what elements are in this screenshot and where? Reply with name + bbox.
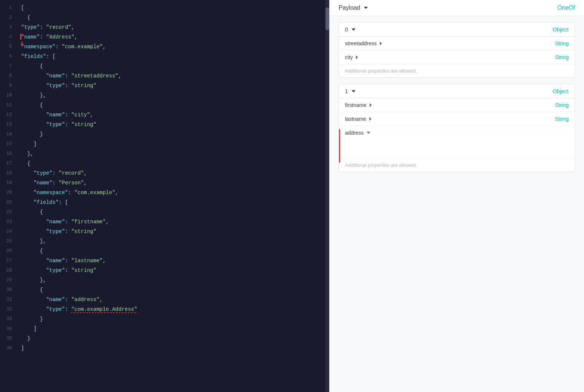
section-1-type: Object	[553, 88, 569, 94]
payload-label: Payload	[339, 4, 360, 11]
red-annotation-line	[339, 129, 340, 163]
code-line-10: 10 },	[0, 91, 329, 100]
section-0-chevron-icon	[352, 28, 355, 31]
scrollbar-thumb[interactable]	[325, 7, 329, 30]
field-name-streetaddress: streetaddress	[345, 40, 405, 46]
section-1-header[interactable]: 1 Object	[339, 84, 575, 98]
field-type-firstname: String	[555, 102, 569, 108]
code-line-11: 11 {	[0, 100, 329, 110]
section-1-chevron-icon	[352, 90, 355, 92]
code-line-17: 17 {	[0, 159, 329, 168]
code-line-34: 34 ]	[0, 324, 329, 334]
code-line-6: 6 "fields": [	[0, 52, 329, 61]
code-line-2: 2 {	[0, 13, 329, 22]
code-line-8: 8 "name": "streetaddress",	[0, 71, 329, 81]
field-type-city: String	[555, 54, 569, 60]
code-line-30: 30 {	[0, 285, 329, 295]
schema-panel: Payload OneOf 0 Object streetaddress Str…	[329, 0, 584, 392]
address-chevron-icon	[367, 132, 370, 134]
code-line-4: 4 "name": "Address",	[0, 32, 329, 42]
payload-chevron-icon	[364, 7, 368, 9]
code-line-1: 1 [	[0, 3, 329, 13]
section-0-index: 0	[345, 26, 355, 33]
lastname-chevron-icon	[369, 117, 372, 121]
code-line-27: 27 "name": "lastname",	[0, 256, 329, 266]
code-line-7: 7 {	[0, 61, 329, 71]
code-line-19: 19 "name": "Person",	[0, 178, 329, 188]
code-line-32: 32 "type": "com.example.Address"	[0, 304, 329, 314]
code-line-14: 14 }	[0, 129, 329, 139]
code-line-29: 29 },	[0, 275, 329, 285]
field-row-address[interactable]: address	[339, 126, 575, 159]
field-name-lastname: lastname	[345, 116, 405, 122]
city-chevron-icon	[356, 55, 358, 59]
red-mark-line4	[20, 34, 21, 40]
code-line-36: 36 ]	[0, 343, 329, 353]
code-line-24: 24 "type": "string"	[0, 227, 329, 236]
field-row-firstname[interactable]: firstname String	[339, 98, 575, 112]
code-editor: 1 [ 2 { 3 "type": "record", 4 "name": "A…	[0, 0, 329, 392]
schema-section-1: 1 Object firstname String lastname Strin…	[339, 84, 575, 172]
code-line-15: 15 ]	[0, 139, 329, 149]
section-0-header[interactable]: 0 Object	[339, 22, 575, 37]
code-line-16: 16 },	[0, 149, 329, 159]
payload-title[interactable]: Payload	[339, 4, 368, 11]
code-line-20: 20 "namespace": "com.example",	[0, 188, 329, 197]
code-line-21: 21 "fields": [	[0, 197, 329, 207]
section-1-index: 1	[345, 88, 355, 94]
field-type-streetaddress: String	[555, 40, 569, 46]
field-row-lastname[interactable]: lastname String	[339, 112, 575, 126]
code-line-18: 18 "type": "record",	[0, 168, 329, 178]
oneof-label: OneOf	[557, 4, 575, 11]
code-line-28: 28 "type": "string"	[0, 266, 329, 275]
code-line-12: 12 "name": "city",	[0, 110, 329, 120]
schema-header: Payload OneOf	[330, 0, 584, 16]
code-line-23: 23 "name": "firstname",	[0, 217, 329, 227]
red-mark-line5	[21, 42, 22, 46]
streetaddress-chevron-icon	[380, 42, 382, 45]
field-name-firstname: firstname	[345, 102, 405, 108]
section-0-additional-props: Additional properties are allowed.	[339, 64, 575, 77]
schema-section-0: 0 Object streetaddress String city Strin…	[339, 22, 575, 78]
code-line-9: 9 "type": "string"	[0, 81, 329, 91]
field-type-lastname: String	[555, 116, 569, 122]
code-line-35: 35 }	[0, 334, 329, 343]
code-line-5: 5 "namespace": "com.example",	[0, 42, 329, 52]
field-row-city[interactable]: city String	[339, 50, 575, 64]
section-0-type: Object	[553, 26, 569, 33]
section-1-additional-props: Additional properties are allowed.	[339, 159, 575, 172]
code-line-22: 22 {	[0, 207, 329, 217]
code-line-33: 33 }	[0, 314, 329, 324]
code-line-31: 31 "name": "address",	[0, 295, 329, 304]
code-line-13: 13 "type": "string"	[0, 120, 329, 129]
code-line-25: 25 },	[0, 236, 329, 246]
code-line-3: 3 "type": "record",	[0, 22, 329, 32]
field-row-streetaddress[interactable]: streetaddress String	[339, 37, 575, 50]
editor-scrollbar[interactable]	[325, 0, 329, 392]
field-name-address: address	[345, 130, 405, 136]
firstname-chevron-icon	[370, 103, 372, 107]
field-name-city: city	[345, 54, 405, 60]
code-line-26: 26 {	[0, 246, 329, 256]
